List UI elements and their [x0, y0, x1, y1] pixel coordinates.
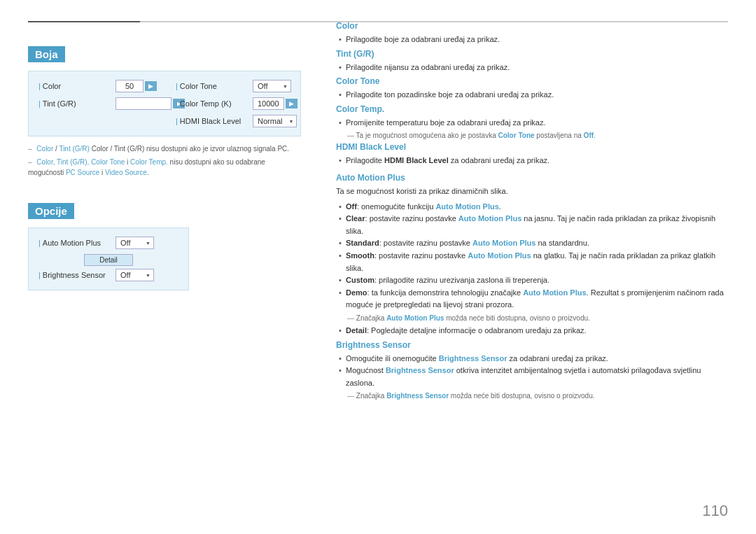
color-arrow-btn[interactable]: ▶	[145, 81, 157, 91]
right-amp-bullet-3: Standard: postavite razinu postavke Auto…	[336, 237, 728, 250]
brightness-sensor-label: |Brightness Sensor	[38, 271, 115, 279]
tint-row: |Tint (G/R) ▶	[38, 97, 159, 110]
auto-motion-plus-label: |Auto Motion Plus	[38, 239, 115, 247]
right-amp-title: Auto Motion Plus	[336, 173, 728, 183]
color-value: 50 ▶	[115, 80, 157, 92]
color-temp-value-box: 10000	[253, 97, 284, 110]
right-panel: Color Prilagodite boje za odabrani uređa…	[322, 21, 728, 513]
detail-button[interactable]: Detail	[84, 254, 133, 266]
right-color-temp-section: Color Temp. Promijenite temperaturu boje…	[336, 104, 728, 140]
left-panel: Boja |Color 50 ▶	[28, 21, 322, 513]
right-bs-section: Brightness Sensor Omogućite ili onemoguć…	[336, 340, 728, 400]
brightness-sensor-dropdown[interactable]: Off	[115, 269, 154, 281]
color-value-box: 50	[115, 80, 144, 92]
color-tone-row: |Color Tone Off	[176, 80, 296, 92]
right-amp-bullet-4: Smooth: postavite razinu postavke Auto M…	[336, 250, 728, 274]
opcije-settings-box: |Auto Motion Plus Off Detail |Brightness…	[28, 227, 189, 290]
right-color-tone-bullet-1: Prilagodite ton pozadinske boje za odabr…	[336, 89, 728, 101]
right-amp-bullet-5: Custom: prilagodite razinu urezivanja za…	[336, 274, 728, 287]
right-color-temp-bullets: Promijenite temperaturu boje za odabrani…	[336, 117, 728, 129]
right-amp-bullet-2: Clear: postavite razinu postavke Auto Mo…	[336, 213, 728, 237]
color-temp-arrow-btn[interactable]: ▶	[286, 99, 298, 108]
right-color-tone-title: Color Tone	[336, 76, 728, 86]
right-bs-note: Značajka Brightness Sensor možda neće bi…	[336, 392, 728, 400]
right-tint-title: Tint (G/R)	[336, 49, 728, 59]
right-tint-bullet-1: Prilagodite nijansu za odabrani uređaj z…	[336, 62, 728, 74]
right-color-title: Color	[336, 21, 728, 31]
right-color-bullet-1: Prilagodite boje za odabrani uređaj za p…	[336, 34, 728, 46]
top-line-dark	[28, 21, 140, 22]
color-temp-label: |Color Temp (K)	[176, 99, 253, 108]
boja-note1: – Color / Tint (G/R) Color / Tint (G/R) …	[28, 143, 301, 154]
boja-section-title: Boja	[28, 46, 65, 62]
right-bs-title: Brightness Sensor	[336, 340, 728, 350]
color-label: |Color	[38, 82, 115, 90]
right-amp-body: Ta se mogućnost koristi za prikaz dinami…	[336, 185, 728, 198]
color-tone-dropdown[interactable]: Off	[253, 80, 291, 92]
opcije-section-title: Opcije	[28, 203, 74, 219]
right-color-temp-note: Ta je mogućnost omogućena ako je postavk…	[336, 132, 728, 139]
right-hdmi-section: HDMI Black Level Prilagodite HDMI Black …	[336, 142, 728, 167]
right-tint-section: Tint (G/R) Prilagodite nijansu za odabra…	[336, 49, 728, 74]
right-color-tone-bullets: Prilagodite ton pozadinske boje za odabr…	[336, 89, 728, 101]
right-color-temp-bullet-1: Promijenite temperaturu boje za odabrani…	[336, 117, 728, 129]
right-amp-bullets: Off: onemogućite funkciju Auto Motion Pl…	[336, 201, 728, 311]
color-row: |Color 50 ▶	[38, 80, 159, 92]
right-amp-section: Auto Motion Plus Ta se mogućnost koristi…	[336, 173, 728, 337]
right-color-bullets: Prilagodite boje za odabrani uređaj za p…	[336, 34, 728, 46]
hdmi-value: Normal	[253, 115, 297, 127]
color-tone-label: |Color Tone	[176, 82, 253, 90]
right-amp-bullet-1: Off: onemogućite funkciju Auto Motion Pl…	[336, 201, 728, 213]
auto-motion-plus-dropdown[interactable]: Off	[115, 237, 154, 249]
right-bs-bullets: Omogućite ili onemogućite Brightness Sen…	[336, 353, 728, 390]
boja-note2: – Color, Tint (G/R), Color Tone i Color …	[28, 157, 301, 178]
hdmi-black-level-row: |HDMI Black Level Normal	[176, 115, 296, 127]
brightness-sensor-row: |Brightness Sensor Off	[38, 269, 178, 281]
tint-label: |Tint (G/R)	[38, 99, 115, 108]
right-amp-detail: Detail: Pogledajte detaljne informacije …	[336, 325, 728, 337]
tint-value-box	[115, 97, 172, 110]
boja-settings-box: |Color 50 ▶ |Tint (G/R) ▶	[28, 71, 301, 136]
hdmi-dropdown[interactable]: Normal	[253, 115, 297, 127]
right-color-section: Color Prilagodite boje za odabrani uređa…	[336, 21, 728, 46]
right-amp-note1: Značajka Auto Motion Plus možda neće bit…	[336, 314, 728, 322]
color-temp-value: 10000 ▶	[253, 97, 298, 110]
color-tone-value: Off	[253, 80, 291, 92]
color-temp-row: |Color Temp (K) 10000 ▶	[176, 97, 296, 110]
right-amp-bullet-6: Demo: ta funkcija demonstrira tehnologij…	[336, 287, 728, 311]
right-hdmi-bullets: Prilagodite HDMI Black Level za odabrani…	[336, 155, 728, 167]
auto-motion-plus-value: Off	[115, 237, 154, 249]
right-amp-detail-bullet: Detail: Pogledajte detaljne informacije …	[336, 325, 728, 337]
right-bs-bullet-1: Omogućite ili onemogućite Brightness Sen…	[336, 353, 728, 365]
right-hdmi-bullet-1: Prilagodite HDMI Black Level za odabrani…	[336, 155, 728, 167]
right-color-temp-title: Color Temp.	[336, 104, 728, 114]
right-color-tone-section: Color Tone Prilagodite ton pozadinske bo…	[336, 76, 728, 101]
auto-motion-plus-row: |Auto Motion Plus Off	[38, 237, 178, 249]
hdmi-label: |HDMI Black Level	[176, 117, 253, 125]
right-bs-bullet-2: Mogućnost Brightness Sensor otkriva inte…	[336, 365, 728, 389]
page-number: 110	[702, 502, 728, 520]
brightness-sensor-value: Off	[115, 269, 154, 281]
right-hdmi-title: HDMI Black Level	[336, 142, 728, 152]
right-tint-bullets: Prilagodite nijansu za odabrani uređaj z…	[336, 62, 728, 74]
